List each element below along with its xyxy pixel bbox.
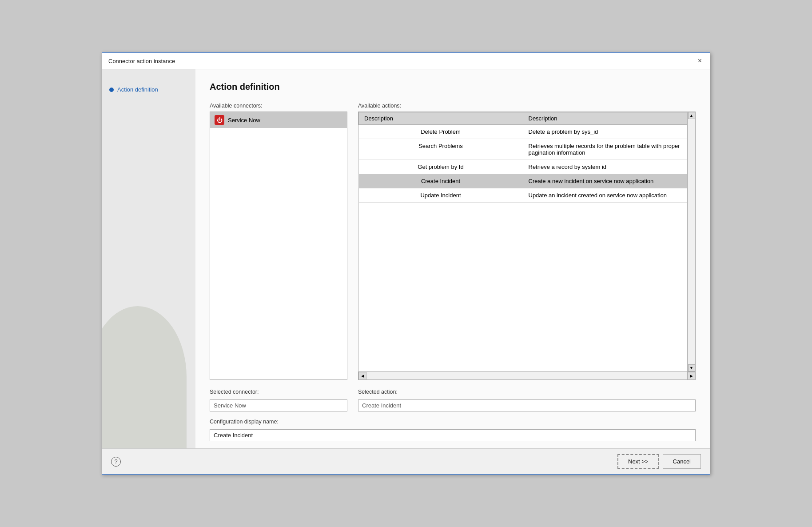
- action-name: Create Incident: [359, 174, 523, 188]
- action-description: Create a new incident on service now app…: [523, 174, 687, 188]
- title-bar: Connector action instance ×: [102, 53, 710, 69]
- selected-fields-row: Selected connector: Selected action:: [210, 389, 696, 411]
- action-name: Update Incident: [359, 188, 523, 203]
- table-row[interactable]: Get problem by Id Retrieve a record by s…: [359, 160, 687, 174]
- page-title: Action definition: [210, 82, 696, 92]
- action-description: Retrieve a record by system id: [523, 160, 687, 174]
- main-content: Action definition Available connectors: …: [195, 69, 710, 448]
- table-row[interactable]: Update Incident Update an incident creat…: [359, 188, 687, 203]
- table-row[interactable]: Create Incident Create a new incident on…: [359, 174, 687, 188]
- footer-left: ?: [111, 457, 121, 467]
- dialog-body: Action definition Action definition Avai…: [102, 69, 710, 448]
- config-name-group: Configuration display name:: [210, 419, 696, 441]
- action-description: Update an incident created on service no…: [523, 188, 687, 203]
- action-description: Delete a problem by sys_id: [523, 125, 687, 139]
- connector-item-service-now[interactable]: ⏻ Service Now: [210, 112, 347, 128]
- table-row[interactable]: Search Problems Retrieves multiple recor…: [359, 139, 687, 160]
- close-button[interactable]: ×: [696, 56, 704, 65]
- config-display-label: Configuration display name:: [210, 419, 696, 425]
- selected-connector-label: Selected connector:: [210, 389, 347, 395]
- scroll-left-arrow[interactable]: ◀: [358, 372, 366, 380]
- actions-table: Description Description Delete Problem D…: [358, 112, 687, 203]
- connector-name: Service Now: [228, 117, 260, 124]
- col-header-description2: Description: [523, 112, 687, 125]
- available-connectors-label: Available connectors:: [210, 103, 347, 109]
- right-column: Available actions: Description Descripti…: [358, 103, 696, 380]
- action-name: Get problem by Id: [359, 160, 523, 174]
- left-column: Available connectors: ⏻ Service Now: [210, 103, 347, 380]
- selected-action-group: Selected action:: [358, 389, 696, 411]
- col-header-description1: Description: [359, 112, 523, 125]
- sidebar-item-action-definition[interactable]: Action definition: [102, 83, 195, 96]
- action-name: Search Problems: [359, 139, 523, 160]
- selected-connector-input[interactable]: [210, 399, 347, 411]
- scroll-right-arrow[interactable]: ▶: [687, 372, 695, 380]
- footer: ? Next >> Cancel: [102, 448, 710, 474]
- action-description: Retrieves multiple records for the probl…: [523, 139, 687, 160]
- help-icon[interactable]: ?: [111, 457, 121, 467]
- sidebar-item-label: Action definition: [117, 86, 158, 93]
- available-actions-label: Available actions:: [358, 103, 696, 109]
- selected-action-input[interactable]: [358, 399, 696, 411]
- footer-right: Next >> Cancel: [617, 454, 701, 469]
- horizontal-scrollbar[interactable]: ◀ ▶: [358, 371, 695, 379]
- next-button[interactable]: Next >>: [617, 454, 659, 469]
- columns-row: Available connectors: ⏻ Service Now Avai…: [210, 103, 696, 380]
- actions-table-wrapper: Description Description Delete Problem D…: [358, 112, 696, 380]
- sidebar: Action definition: [102, 69, 195, 448]
- action-name: Delete Problem: [359, 125, 523, 139]
- config-display-input[interactable]: [210, 429, 696, 441]
- sidebar-dot: [109, 88, 114, 92]
- selected-connector-group: Selected connector:: [210, 389, 347, 411]
- selected-action-label: Selected action:: [358, 389, 696, 395]
- vertical-scrollbar[interactable]: ▲ ▼: [687, 112, 695, 371]
- table-row[interactable]: Delete Problem Delete a problem by sys_i…: [359, 125, 687, 139]
- connectors-list[interactable]: ⏻ Service Now: [210, 112, 347, 380]
- scroll-up-arrow[interactable]: ▲: [688, 112, 695, 119]
- connector-icon: ⏻: [215, 115, 224, 125]
- power-icon: ⏻: [217, 117, 223, 123]
- bottom-section: Selected connector: Selected action: Con…: [210, 389, 696, 441]
- sidebar-decoration: [102, 306, 187, 448]
- scroll-down-arrow[interactable]: ▼: [688, 364, 695, 371]
- dialog: Connector action instance × Action defin…: [102, 52, 710, 475]
- dialog-title: Connector action instance: [108, 58, 175, 64]
- cancel-button[interactable]: Cancel: [663, 454, 701, 469]
